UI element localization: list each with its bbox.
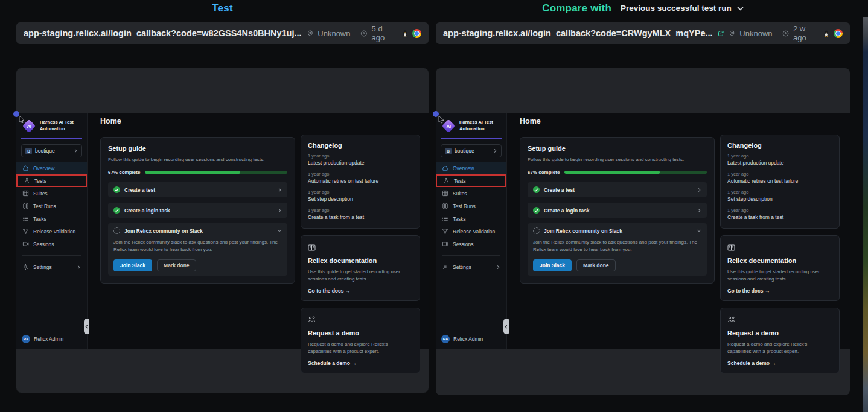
mouse-cursor-icon — [438, 116, 445, 124]
app-sidebar: AI Harness AI Test Automation B boutique… — [16, 113, 88, 349]
changelog-card: Changelog 1 year ago Latest production u… — [301, 135, 420, 229]
sidebar-divider — [22, 255, 81, 256]
demo-description: Request a demo and explore Relicx's capa… — [727, 341, 832, 355]
people-icon — [727, 315, 832, 326]
sidebar-item-tasks[interactable]: Tasks — [16, 212, 87, 225]
sidebar-item-tests[interactable]: Tests — [16, 174, 87, 187]
progress-fill — [145, 171, 240, 174]
user-profile[interactable]: RA Relicx Admin — [441, 335, 483, 343]
demo-title: Request a demo — [727, 329, 832, 337]
linux-penguin-icon — [402, 29, 408, 38]
brand-name: Harness AI Test Automation — [459, 119, 493, 132]
columns-icon — [22, 203, 29, 209]
setup-guide-title: Setup guide — [528, 145, 707, 152]
sidebar-item-sessions[interactable]: Sessions — [436, 238, 506, 250]
people-icon — [308, 315, 413, 326]
compare-screenshot-panel: AI Harness AI Test Automation B boutique… — [436, 68, 850, 395]
unchecked-circle-icon — [113, 227, 120, 234]
page-title: Home — [520, 117, 541, 125]
external-link-icon[interactable] — [718, 29, 724, 38]
brand: AI Harness AI Test Automation — [16, 113, 87, 136]
sidebar-item-overview[interactable]: Overview — [16, 162, 87, 174]
compare-run-selector-value: Previous successful test run — [621, 4, 732, 13]
location-pin-icon — [307, 29, 314, 38]
location-value: Unknown — [739, 29, 772, 38]
location-value: Unknown — [318, 29, 350, 38]
progress-bar — [564, 171, 707, 174]
brand: AI Harness AI Test Automation — [436, 113, 506, 136]
sidebar-item-settings[interactable]: Settings — [16, 261, 87, 273]
sidebar-item-sessions[interactable]: Sessions — [16, 238, 87, 250]
chevron-right-icon — [278, 208, 282, 213]
chevron-left-icon — [505, 325, 508, 329]
sidebar-item-tests[interactable]: Tests — [436, 174, 506, 187]
flask-icon — [24, 177, 30, 184]
compare-url: app-staging.relicx.ai/login_callback?cod… — [443, 28, 713, 38]
check-icon — [113, 207, 120, 214]
changelog-entry: 1 year ago Create a task from a test — [727, 208, 832, 220]
project-name: boutique — [455, 148, 474, 154]
project-selector[interactable]: B boutique — [441, 144, 502, 157]
sidebar-item-test-runs[interactable]: Test Runs — [436, 200, 506, 212]
mark-done-button[interactable]: Mark done — [576, 259, 616, 271]
sidebar-nav: Overview Tests Suites Test Runs Tasks — [436, 162, 506, 250]
schedule-demo-link[interactable]: Schedule a demo → — [308, 360, 413, 366]
sidebar-item-settings[interactable]: Settings — [436, 261, 506, 273]
mouse-cursor-icon — [19, 116, 25, 124]
chevron-right-icon — [697, 188, 701, 192]
setup-item-create-test[interactable]: Create a test — [108, 182, 287, 197]
video-icon — [442, 241, 448, 247]
sidebar-item-suites[interactable]: Suites — [436, 187, 506, 200]
unchecked-circle-icon — [533, 227, 540, 234]
compare-run-selector[interactable]: Previous successful test run — [621, 4, 744, 13]
changelog-entry: 1 year ago Automatic retries on test fai… — [727, 171, 832, 184]
go-to-docs-link[interactable]: Go to the docs → — [727, 288, 832, 294]
compare-panel-header: Compare with Previous successful test ru… — [436, 0, 850, 16]
user-profile[interactable]: RA Relicx Admin — [22, 335, 63, 343]
branch-icon — [22, 228, 29, 235]
sidebar-item-test-runs[interactable]: Test Runs — [16, 200, 87, 212]
progress-label: 67% complete — [108, 170, 140, 175]
changelog-entry: 1 year ago Set step description — [727, 189, 832, 202]
sidebar-item-release-validation[interactable]: Release Validation — [16, 225, 87, 238]
test-panel-title: Test — [212, 2, 233, 14]
sidebar-item-overview[interactable]: Overview — [436, 162, 506, 174]
join-slack-button[interactable]: Join Slack — [113, 259, 152, 271]
gear-icon — [442, 264, 448, 270]
embedded-app-screenshot: AI Harness AI Test Automation B boutique… — [436, 113, 850, 349]
changelog-card: Changelog 1 year ago Latest production u… — [720, 135, 840, 229]
demo-title: Request a demo — [308, 329, 413, 337]
changelog-entry: 1 year ago Set step description — [308, 189, 413, 202]
sidebar-item-release-validation[interactable]: Release Validation — [436, 225, 506, 238]
sidebar-collapse-handle[interactable] — [503, 319, 509, 334]
setup-item-create-login-task[interactable]: Create a login task — [108, 203, 287, 218]
join-slack-button[interactable]: Join Slack — [533, 259, 572, 271]
go-to-docs-link[interactable]: Go to the docs → — [308, 288, 413, 294]
sidebar-item-suites[interactable]: Suites — [16, 187, 87, 200]
chevron-right-icon — [493, 148, 497, 153]
columns-icon — [442, 203, 448, 209]
test-url-meta: Unknown 5 d ago — [307, 24, 421, 42]
page-title: Home — [100, 117, 121, 125]
project-selector[interactable]: B boutique — [21, 144, 82, 157]
chevron-down-icon — [737, 6, 744, 11]
grid-icon — [442, 190, 448, 197]
docs-title: Relicx documentation — [727, 257, 832, 264]
linux-penguin-icon — [823, 29, 829, 38]
request-demo-card: Request a demo Request a demo and explor… — [301, 308, 420, 373]
chevron-right-icon — [496, 265, 500, 270]
setup-item-create-login-task[interactable]: Create a login task — [528, 203, 707, 218]
schedule-demo-link[interactable]: Schedule a demo → — [727, 360, 832, 366]
docs-description: Use this guide to get started recording … — [308, 268, 413, 283]
sidebar-item-tasks[interactable]: Tasks — [436, 212, 506, 225]
setup-item-create-test[interactable]: Create a test — [528, 182, 707, 197]
changelog-title: Changelog — [727, 142, 832, 149]
project-name: boutique — [35, 148, 55, 154]
sidebar-collapse-handle[interactable] — [84, 319, 89, 334]
mark-done-button[interactable]: Mark done — [157, 259, 196, 271]
app-sidebar: AI Harness AI Test Automation B boutique… — [436, 113, 507, 349]
brand-divider — [21, 138, 82, 139]
setup-item-join-slack[interactable]: Join Relicx community on Slack Join the … — [528, 223, 707, 276]
setup-item-join-slack[interactable]: Join Relicx community on Slack Join the … — [108, 223, 287, 276]
progress-fill — [564, 171, 660, 174]
